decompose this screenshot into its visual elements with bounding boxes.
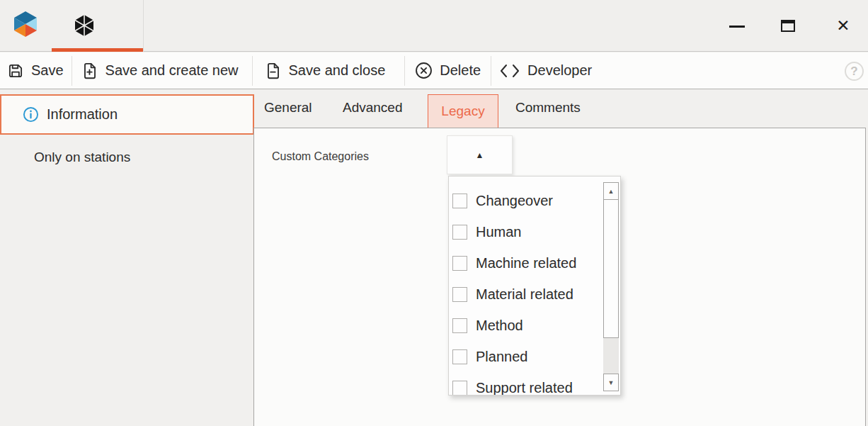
- developer-button[interactable]: Developer: [498, 62, 592, 79]
- titlebar-tab[interactable]: [52, 0, 144, 52]
- code-brackets-icon: [498, 62, 521, 79]
- scroll-down-icon: ▼: [608, 379, 615, 386]
- black-cube-icon: [74, 15, 94, 36]
- tab-general[interactable]: General: [264, 100, 312, 116]
- app-logo-icon: [14, 11, 37, 37]
- dropdown-option-method[interactable]: Method: [449, 310, 620, 341]
- option-label: Changeover: [476, 193, 553, 209]
- titlebar: ✕: [0, 0, 868, 52]
- minimize-icon: [729, 26, 745, 28]
- dropdown-option-human[interactable]: Human: [449, 216, 620, 247]
- help-icon: ?: [850, 65, 857, 79]
- option-label: Material related: [476, 286, 573, 303]
- info-icon: [23, 106, 39, 123]
- sidebar-item-label: Only on stations: [34, 150, 130, 165]
- chevron-up-icon: ▲: [476, 150, 484, 160]
- tab-comments[interactable]: Comments: [515, 100, 581, 116]
- scroll-down-button[interactable]: ▼: [603, 374, 619, 391]
- document-add-icon: [81, 62, 99, 80]
- maximize-button[interactable]: [772, 0, 804, 52]
- checkbox[interactable]: [452, 194, 467, 208]
- tab-strip: General Advanced Legacy Comments: [253, 90, 868, 128]
- sidebar-item-only-on-stations[interactable]: Only on stations: [0, 145, 253, 169]
- delete-button-label: Delete: [440, 62, 481, 79]
- application-window: ✕ Save Save and create new: [0, 0, 868, 426]
- sidebar-item-information[interactable]: Information: [0, 94, 254, 135]
- minimize-button[interactable]: [721, 0, 753, 52]
- help-button[interactable]: ?: [845, 62, 864, 81]
- option-label: Machine related: [476, 255, 576, 271]
- save-button[interactable]: Save: [6, 62, 64, 80]
- option-label: Method: [476, 318, 523, 334]
- scroll-up-icon: ▲: [608, 188, 615, 195]
- save-and-close-label: Save and close: [289, 62, 386, 79]
- custom-categories-dropdown-list: Changeover Human Machine related Materia…: [448, 176, 621, 396]
- dropdown-option-changeover[interactable]: Changeover: [449, 185, 620, 216]
- active-tab-underline: [52, 48, 143, 52]
- document-remove-icon: [264, 62, 282, 80]
- custom-categories-label: Custom Categories: [272, 150, 369, 163]
- checkbox[interactable]: [452, 287, 467, 302]
- toolbar-separator: [404, 56, 405, 86]
- developer-button-label: Developer: [527, 62, 592, 79]
- delete-circle-icon: [414, 61, 433, 80]
- save-and-create-new-button[interactable]: Save and create new: [81, 62, 239, 80]
- dropdown-option-machine-related[interactable]: Machine related: [449, 247, 620, 279]
- scroll-up-button[interactable]: ▲: [603, 182, 619, 200]
- scrollbar-track[interactable]: [603, 338, 619, 374]
- checkbox[interactable]: [452, 381, 467, 396]
- toolbar-separator: [72, 56, 72, 86]
- checkbox[interactable]: [452, 349, 467, 364]
- checkbox[interactable]: [452, 318, 467, 333]
- checkbox[interactable]: [452, 256, 467, 271]
- tab-legacy-label: Legacy: [441, 103, 484, 119]
- save-icon: [6, 62, 25, 80]
- option-label: Human: [476, 224, 521, 240]
- toolbar-separator: [491, 56, 491, 86]
- checkbox[interactable]: [452, 225, 467, 240]
- save-and-close-button[interactable]: Save and close: [264, 62, 386, 80]
- dropdown-option-support-related[interactable]: Support related: [449, 372, 620, 396]
- save-and-create-new-label: Save and create new: [105, 62, 239, 79]
- toolbar-separator: [252, 56, 253, 86]
- sidebar: Information Only on stations: [0, 90, 253, 426]
- save-button-label: Save: [31, 62, 64, 79]
- sidebar-item-label: Information: [47, 106, 118, 123]
- dropdown-scrollbar[interactable]: ▲ ▼: [603, 182, 619, 391]
- custom-categories-dropdown-button[interactable]: ▲: [447, 135, 513, 174]
- tab-legacy[interactable]: Legacy: [428, 94, 498, 128]
- maximize-icon: [781, 20, 795, 32]
- scrollbar-thumb[interactable]: [603, 200, 619, 338]
- option-label: Planned: [476, 349, 527, 365]
- tab-advanced[interactable]: Advanced: [343, 100, 403, 116]
- legacy-tab-panel: Custom Categories ▲ Changeover Human Mac…: [253, 128, 866, 426]
- option-label: Support related: [476, 380, 573, 396]
- close-button[interactable]: ✕: [827, 0, 860, 52]
- dropdown-option-material-related[interactable]: Material related: [449, 279, 620, 310]
- dropdown-option-planned[interactable]: Planned: [449, 341, 620, 372]
- delete-button[interactable]: Delete: [414, 61, 481, 80]
- close-icon: ✕: [836, 18, 850, 34]
- toolbar: Save Save and create new Save and close: [0, 52, 868, 89]
